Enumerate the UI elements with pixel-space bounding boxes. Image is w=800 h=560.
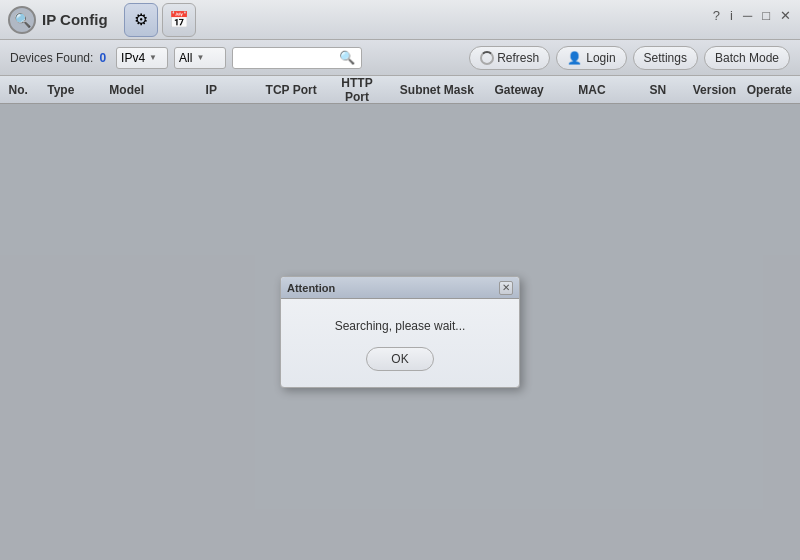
login-icon: 👤 xyxy=(567,51,582,65)
col-header-version: Version xyxy=(686,83,743,97)
dialog-title-bar: Attention ✕ xyxy=(281,277,519,299)
refresh-spinner xyxy=(480,51,494,65)
devices-count: 0 xyxy=(99,51,106,65)
dialog-message: Searching, please wait... xyxy=(335,319,466,333)
help-btn[interactable]: ? xyxy=(710,8,723,23)
calendar-icon-btn[interactable]: 📅 xyxy=(162,3,196,37)
main-content: Attention ✕ Searching, please wait... OK xyxy=(0,104,800,560)
settings-label: Settings xyxy=(644,51,687,65)
col-header-model: Model xyxy=(89,83,164,97)
maximize-btn[interactable]: □ xyxy=(759,8,773,23)
col-header-sn: SN xyxy=(630,83,687,97)
settings-icon-btn[interactable]: ⚙ xyxy=(124,3,158,37)
batch-mode-button[interactable]: Batch Mode xyxy=(704,46,790,70)
search-input[interactable] xyxy=(237,51,337,65)
modal-overlay: Attention ✕ Searching, please wait... OK xyxy=(0,104,800,560)
toolbar: Devices Found: 0 IPv4 ▼ All ▼ 🔍 Refresh … xyxy=(0,40,800,76)
filter-arrow: ▼ xyxy=(196,53,204,62)
filter-value: All xyxy=(179,51,192,65)
devices-found-label: Devices Found: xyxy=(10,51,93,65)
col-header-ip: IP xyxy=(164,83,258,97)
title-bar: 🔍 IP Config ⚙ 📅 ? i ─ □ ✕ xyxy=(0,0,800,40)
col-header-subnet: Subnet Mask xyxy=(390,83,484,97)
login-label: Login xyxy=(586,51,615,65)
col-header-http: HTTP Port xyxy=(324,76,390,104)
info-btn[interactable]: i xyxy=(727,8,736,23)
col-header-operate: Operate xyxy=(743,83,796,97)
minimize-btn[interactable]: ─ xyxy=(740,8,755,23)
dialog-title: Attention xyxy=(287,282,335,294)
ip-version-arrow: ▼ xyxy=(149,53,157,62)
table-header: No. Type Model IP TCP Port HTTP Port Sub… xyxy=(0,76,800,104)
ip-version-select[interactable]: IPv4 ▼ xyxy=(116,47,168,69)
close-btn[interactable]: ✕ xyxy=(777,8,794,23)
ip-version-value: IPv4 xyxy=(121,51,145,65)
dialog-body: Searching, please wait... OK xyxy=(281,299,519,387)
col-header-no: No. xyxy=(4,83,33,97)
refresh-label: Refresh xyxy=(497,51,539,65)
col-header-gateway: Gateway xyxy=(484,83,555,97)
app-search-icon: 🔍 xyxy=(8,6,36,34)
filter-select[interactable]: All ▼ xyxy=(174,47,226,69)
refresh-button[interactable]: Refresh xyxy=(469,46,550,70)
col-header-mac: MAC xyxy=(554,83,629,97)
batch-mode-label: Batch Mode xyxy=(715,51,779,65)
col-header-tcp: TCP Port xyxy=(258,83,324,97)
search-wrap: 🔍 xyxy=(232,47,362,69)
app-title: IP Config xyxy=(42,11,108,28)
dialog-ok-button[interactable]: OK xyxy=(366,347,433,371)
settings-button[interactable]: Settings xyxy=(633,46,698,70)
search-button[interactable]: 🔍 xyxy=(337,50,357,65)
login-button[interactable]: 👤 Login xyxy=(556,46,626,70)
col-header-type: Type xyxy=(33,83,90,97)
dialog-close-button[interactable]: ✕ xyxy=(499,281,513,295)
attention-dialog: Attention ✕ Searching, please wait... OK xyxy=(280,276,520,388)
window-controls: ? i ─ □ ✕ xyxy=(710,8,794,23)
